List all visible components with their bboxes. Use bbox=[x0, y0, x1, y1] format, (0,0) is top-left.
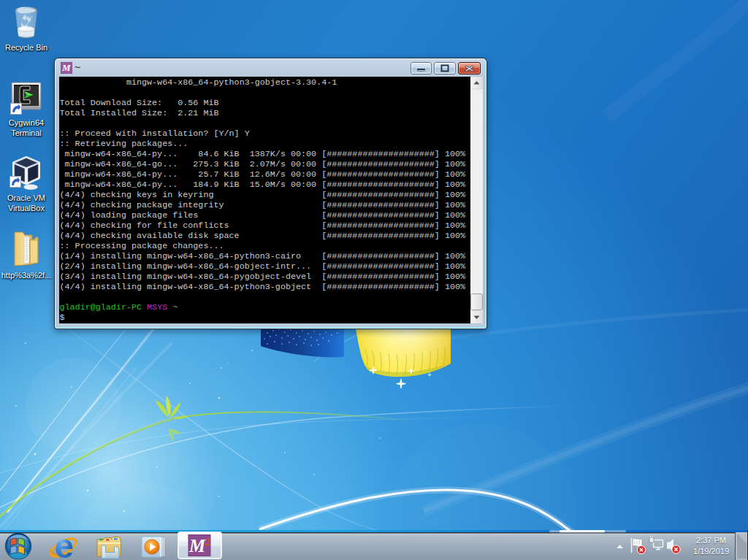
svg-text:M: M bbox=[61, 62, 71, 73]
svg-text:M: M bbox=[188, 536, 206, 556]
svg-text:2: 2 bbox=[205, 536, 210, 548]
svg-text:e: e bbox=[54, 530, 73, 560]
